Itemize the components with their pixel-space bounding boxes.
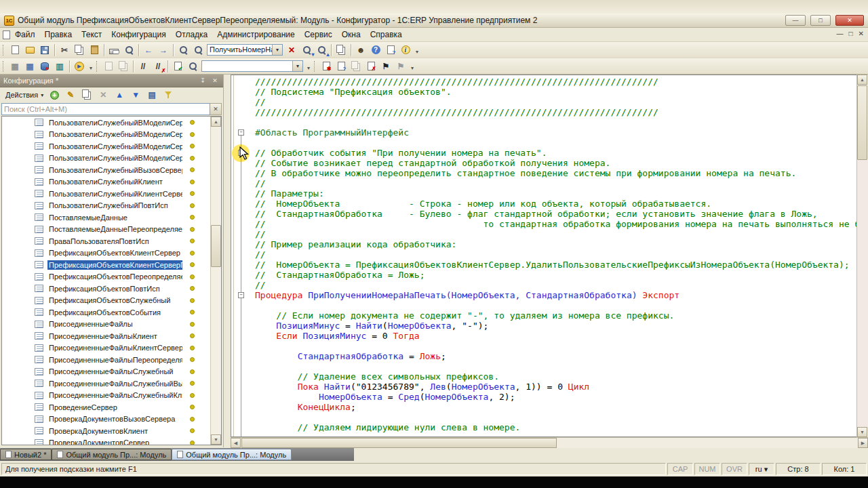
scroll-up-icon[interactable]: ▲ [211, 117, 221, 127]
editor-horizontal-scrollbar[interactable]: ◀ ▶ [231, 437, 868, 448]
duplicate-button[interactable] [79, 88, 94, 102]
tree-item[interactable]: ПоставляемыеДанныеПереопределяемый [2, 224, 210, 236]
editor-scroll-up-icon[interactable]: ▲ [857, 75, 867, 85]
print-button[interactable] [106, 43, 121, 57]
open-document-button[interactable] [22, 43, 37, 57]
tree-item[interactable]: ПроведениеСервер [2, 401, 210, 413]
paste-button[interactable] [87, 43, 102, 57]
clear-search-icon[interactable]: ✕ [210, 103, 222, 115]
tree-item[interactable]: ПраваПользователяПовтИсп [2, 235, 210, 247]
find-button[interactable] [191, 43, 205, 57]
tree-item[interactable]: ПрисоединенныеФайлыКлиентСервер [2, 342, 210, 354]
global-search-button[interactable] [176, 43, 191, 57]
tree-item[interactable]: ПроверкаДокументовСервер [2, 437, 210, 446]
cut-button[interactable]: ✂ [57, 43, 72, 57]
code-text[interactable]: ////////////////////////////////////////… [231, 75, 856, 436]
add-button[interactable]: + [47, 88, 62, 102]
editor-scroll-right-icon[interactable]: ▶ [858, 438, 868, 448]
tree-item[interactable]: ПользователиСлужебныйКлиент [2, 176, 210, 188]
tree-item[interactable]: ПрисоединенныеФайлыКлиент [2, 330, 210, 342]
tree-item[interactable]: ПрефиксацияОбъектовКлиентСерверПер... [2, 259, 210, 271]
search-combobox[interactable]: ПолучитьНомерНаПеч▾ [207, 44, 283, 56]
print-preview-button[interactable] [121, 43, 136, 57]
tree-item[interactable]: ПрефиксацияОбъектовКлиентСервер [2, 247, 210, 260]
tree-item[interactable]: ПользователиСлужебныйВМоделиСерви... [2, 140, 210, 152]
editor-vertical-scrollbar[interactable]: ▲ ▼ [856, 75, 868, 437]
panel-header[interactable]: Конфигурация * ↧ ✕ [0, 75, 223, 87]
minimize-button[interactable]: — [785, 15, 806, 26]
mdi-restore-button[interactable]: □ [849, 30, 853, 37]
pin-icon[interactable]: ↧ [198, 77, 208, 85]
navigate-back-button[interactable]: ← [141, 43, 156, 57]
toolbar-overflow-icon[interactable]: ▾ [87, 60, 95, 73]
syntax-assistant-button[interactable]: ☻ [353, 43, 368, 57]
menu-item[interactable]: Конфигурация [106, 28, 171, 41]
menu-item[interactable]: Файл [10, 28, 40, 41]
actions-menu-button[interactable]: Действия ▾ [2, 89, 47, 100]
tree-item[interactable]: ПользователиСлужебныйВМоделиСерви... [2, 129, 210, 141]
tree-scrollbar[interactable]: ▲ ▼ [210, 117, 221, 445]
tree-item[interactable]: ПрисоединенныеФайлыСлужебный [2, 366, 210, 378]
about-info-button[interactable]: i [398, 43, 413, 57]
new-document-button[interactable] [7, 43, 22, 57]
window-tab[interactable]: Общий модуль Пр...: Модуль [52, 449, 172, 460]
tree-item[interactable]: ПоставляемыеДанные [2, 211, 210, 224]
check-module-button[interactable]: ✔ [170, 60, 185, 73]
delete-template-button[interactable]: ✗ [363, 60, 378, 73]
maximize-button[interactable]: □ [810, 15, 831, 26]
tree-item[interactable]: ПрисоединенныеФайлыПереопределяем... [2, 354, 210, 366]
menu-item[interactable]: Правка [40, 28, 77, 41]
open-form-button[interactable]: ▦ [22, 60, 37, 73]
templates-list-button[interactable] [349, 60, 363, 73]
tree-item[interactable]: ПрефиксацияОбъектовПереопределяемый [2, 271, 210, 283]
delete-button[interactable]: ✕ [96, 88, 111, 102]
tree-item[interactable]: ПользователиСлужебныйКлиентСервер [2, 188, 210, 200]
move-up-button[interactable]: ▲ [112, 88, 127, 102]
toolbar-overflow-icon[interactable]: ▾ [304, 60, 313, 73]
scroll-down-icon[interactable]: ▼ [211, 434, 221, 445]
tree-scroll-thumb[interactable] [211, 225, 221, 267]
status-cell[interactable]: ru ▾ [749, 463, 774, 475]
tree-item[interactable]: ПользователиСлужебныйПовтИсп [2, 200, 210, 212]
tree-item[interactable]: ПользователиСлужебныйВМоделиСерви... [2, 152, 210, 165]
menu-item[interactable]: Справка [366, 28, 407, 41]
close-button[interactable]: ✕ [835, 15, 864, 26]
menu-item[interactable]: Текст [77, 28, 106, 41]
tree-item[interactable]: ПрисоединенныеФайлыСлужебныйКлиент [2, 390, 210, 402]
menu-item[interactable]: Отладка [171, 28, 212, 41]
menu-item[interactable]: Сервис [300, 28, 337, 41]
format-block-button[interactable] [101, 60, 116, 73]
procedure-combobox[interactable]: ▾ [201, 60, 303, 72]
menu-item[interactable]: Администрирование [212, 28, 299, 41]
table-view-button[interactable]: ▥ [52, 60, 67, 73]
search-combobox-dropdown-icon[interactable]: ▾ [272, 45, 282, 55]
tree-item[interactable]: ПрефиксацияОбъектовСлужебный [2, 295, 210, 307]
toolbar-overflow-icon[interactable]: ▾ [413, 44, 421, 56]
database-config-button[interactable] [37, 60, 52, 73]
editor-hscroll-thumb[interactable] [241, 438, 557, 448]
clear-search-button[interactable]: ✕ [284, 43, 299, 57]
shift-block-button[interactable] [116, 60, 131, 73]
tree-item[interactable]: ПользователиСлужебныйВМоделиСерви... [2, 117, 210, 129]
tree-item[interactable]: ПрисоединенныеФайлы [2, 319, 210, 331]
tree-item[interactable]: ПроверкаДокументовКлиент [2, 425, 210, 437]
tree-item[interactable]: ПроверкаДокументовВызовСервера [2, 413, 210, 426]
tree-item[interactable]: ПрефиксацияОбъектовСобытия [2, 306, 210, 319]
mdi-close-button[interactable]: ✕ [859, 30, 864, 37]
navigate-forward-button[interactable]: → [156, 43, 171, 57]
editor-scroll-left-icon[interactable]: ◀ [231, 438, 241, 448]
menu-item[interactable]: Окна [337, 28, 366, 41]
mdi-system-menu-icon[interactable] [3, 30, 10, 39]
tree-item[interactable]: ПрефиксацияОбъектовПовтИсп [2, 283, 210, 295]
mdi-minimize-button[interactable]: — [837, 30, 844, 37]
breakpoint-flag-button[interactable]: ⚑ [393, 60, 408, 73]
toolbar-overflow-icon[interactable]: ▾ [408, 60, 416, 73]
locals-grid-button[interactable]: ▦ [7, 60, 22, 73]
find-previous-button[interactable]: ▴ [314, 43, 329, 57]
editor-vscroll-thumb[interactable] [857, 85, 867, 160]
copy-fragment-button[interactable] [334, 43, 349, 57]
save-document-button[interactable] [37, 43, 52, 57]
code-editor[interactable]: −−− ////////////////////////////////////… [231, 75, 856, 437]
filter-button[interactable] [161, 88, 176, 102]
context-help-button[interactable]: ? [368, 43, 383, 57]
